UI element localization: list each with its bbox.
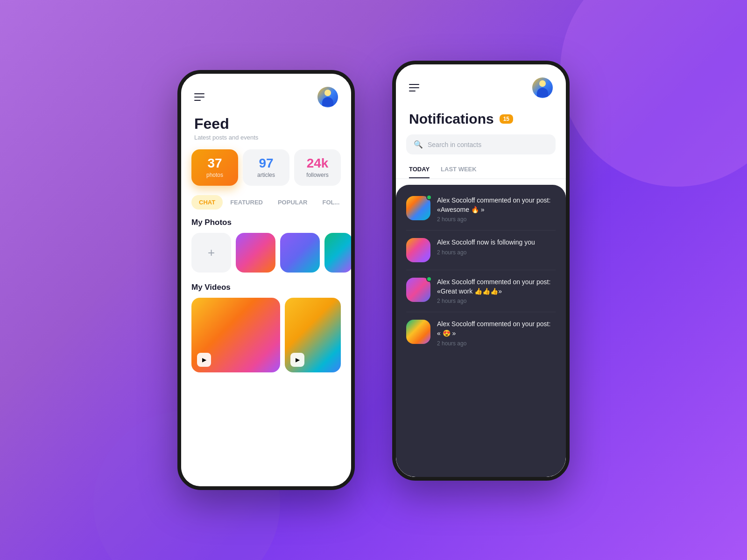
stat-photos-number: 37 xyxy=(207,157,222,170)
stat-articles-label: articles xyxy=(257,172,275,178)
online-indicator-1 xyxy=(426,195,432,200)
video-2[interactable]: ▶ xyxy=(285,298,341,372)
phone2-header xyxy=(396,64,566,105)
feed-tabs: CHAT FEATURED POPULAR FOL... xyxy=(181,195,351,210)
stat-followers-number: 24k xyxy=(307,157,329,170)
phone-feed: Feed Latest posts and events 37 photos 9… xyxy=(177,70,355,490)
photo-3[interactable] xyxy=(324,233,351,273)
videos-row: ▶ ▶ xyxy=(181,298,351,372)
menu-icon-2[interactable] xyxy=(409,84,419,91)
menu-icon[interactable] xyxy=(194,93,204,101)
videos-section-title: My Videos xyxy=(181,283,351,292)
notif-item-4[interactable]: Alex Socoloff commented on your post: « … xyxy=(396,312,566,354)
notif-avatar-2 xyxy=(406,238,430,262)
avatar[interactable] xyxy=(317,87,338,107)
notif-avatar-3 xyxy=(406,278,430,302)
notif-content-4: Alex Socoloff commented on your post: « … xyxy=(437,320,556,346)
notif-avatar-1 xyxy=(406,196,430,220)
notif-time-1: 2 hours ago xyxy=(437,216,556,223)
stat-followers[interactable]: 24k followers xyxy=(294,149,341,186)
phone-notifications: Notifications 15 🔍 Search in contacts TO… xyxy=(392,61,570,481)
add-photo-button[interactable]: + xyxy=(191,233,231,273)
online-indicator-3 xyxy=(426,276,432,282)
notif-text-3: Alex Socoloff commented on your post: «G… xyxy=(437,278,556,296)
notif-item-2[interactable]: Alex Socoloff now is following you 2 hou… xyxy=(396,231,566,270)
notifications-list: Alex Socoloff commented on your post: «A… xyxy=(396,185,566,477)
play-icon-2[interactable]: ▶ xyxy=(290,353,304,367)
photos-row: + xyxy=(181,233,351,273)
notif-content-2: Alex Socoloff now is following you 2 hou… xyxy=(437,238,556,256)
tab-last-week[interactable]: LAST WEEK xyxy=(441,166,477,178)
notifications-title-wrap: Notifications 15 xyxy=(396,111,566,127)
notif-text-4: Alex Socoloff commented on your post: « … xyxy=(437,320,556,338)
stat-photos-label: photos xyxy=(206,172,223,178)
notif-content-3: Alex Socoloff commented on your post: «G… xyxy=(437,278,556,304)
avatar-2[interactable] xyxy=(532,77,553,98)
notifications-title: Notifications xyxy=(409,111,494,127)
photo-1[interactable] xyxy=(236,233,275,273)
notifications-tabs: TODAY LAST WEEK xyxy=(396,162,566,179)
notif-avatar-4 xyxy=(406,320,430,344)
feed-subtitle: Latest posts and events xyxy=(194,134,338,141)
feed-title: Feed xyxy=(194,116,338,132)
stat-articles-number: 97 xyxy=(259,157,273,170)
stat-followers-label: followers xyxy=(306,172,328,178)
tab-today[interactable]: TODAY xyxy=(409,166,430,178)
notif-time-2: 2 hours ago xyxy=(437,249,556,256)
photos-section-title: My Photos xyxy=(181,218,351,227)
notif-text-1: Alex Socoloff commented on your post: «A… xyxy=(437,196,556,214)
notifications-badge: 15 xyxy=(500,114,513,124)
video-1[interactable]: ▶ xyxy=(191,298,280,372)
notif-time-4: 2 hours ago xyxy=(437,340,556,347)
stats-row: 37 photos 97 articles 24k followers xyxy=(181,149,351,186)
tab-fol[interactable]: FOL... xyxy=(315,195,347,210)
stat-photos[interactable]: 37 photos xyxy=(191,149,238,186)
notif-item-3[interactable]: Alex Socoloff commented on your post: «G… xyxy=(396,270,566,312)
notif-content-1: Alex Socoloff commented on your post: «A… xyxy=(437,196,556,223)
plus-icon: + xyxy=(208,245,215,260)
notif-time-3: 2 hours ago xyxy=(437,298,556,304)
phone1-header xyxy=(181,74,351,112)
tab-chat[interactable]: CHAT xyxy=(191,195,223,210)
stat-articles[interactable]: 97 articles xyxy=(243,149,289,186)
notif-item-1[interactable]: Alex Socoloff commented on your post: «A… xyxy=(396,189,566,230)
search-icon: 🔍 xyxy=(414,140,423,149)
play-icon-1[interactable]: ▶ xyxy=(197,353,211,367)
tab-featured[interactable]: FEATURED xyxy=(223,195,270,210)
feed-title-section: Feed Latest posts and events xyxy=(181,112,351,149)
photo-2[interactable] xyxy=(280,233,320,273)
search-bar[interactable]: 🔍 Search in contacts xyxy=(406,134,556,154)
notif-text-2: Alex Socoloff now is following you xyxy=(437,238,556,247)
search-placeholder: Search in contacts xyxy=(428,141,481,148)
tab-popular[interactable]: POPULAR xyxy=(270,195,315,210)
